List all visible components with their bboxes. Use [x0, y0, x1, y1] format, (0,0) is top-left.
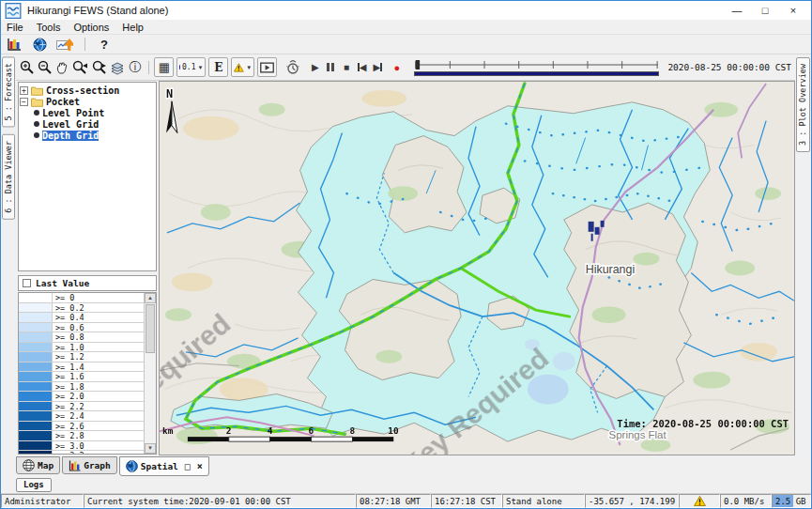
legend-row[interactable]: >= 3.2 [19, 451, 144, 454]
legend-row[interactable]: >= 1.8 [19, 382, 144, 393]
zoom-out-icon[interactable] [38, 59, 53, 75]
node-bullet-icon [34, 110, 39, 116]
legend-row[interactable]: >= 0.2 [19, 303, 144, 314]
tree-item-level-point[interactable]: Level Point [20, 107, 155, 118]
expander-icon[interactable]: − [20, 98, 28, 106]
time-slider-track[interactable] [414, 59, 660, 70]
legend-row[interactable]: >= 2.2 [19, 402, 144, 412]
scroll-thumb[interactable] [146, 304, 155, 353]
svg-text:6: 6 [309, 425, 314, 436]
status-user: Administrator [1, 494, 84, 508]
node-bullet-icon [34, 132, 39, 138]
info-icon[interactable]: ⓘ [128, 59, 142, 75]
status-transfer-rate: 0.0 MB/s [720, 494, 772, 508]
timeseries-import-icon[interactable] [56, 37, 73, 53]
time-span-bar [414, 71, 660, 76]
last-value-checkbox[interactable] [23, 279, 31, 287]
minimize-button[interactable]: — [723, 2, 751, 19]
export-timer-icon[interactable] [285, 59, 300, 75]
close-button[interactable]: × [779, 2, 807, 19]
legend-panel: Last Value >= 0 >= 0.2 >= 0.4 >= 0.6 >= … [18, 275, 157, 455]
legend-swatch [19, 411, 53, 421]
legend-row[interactable]: >= 2.4 [19, 411, 144, 422]
legend-scrollbar[interactable]: ▲ ▼ [144, 293, 156, 454]
zoom-in-icon[interactable] [20, 59, 35, 75]
legend-row[interactable]: >= 2.6 [19, 422, 144, 432]
tab-graph[interactable]: Graph [62, 456, 117, 474]
legend-row[interactable]: >= 3.0 [19, 441, 144, 452]
pan-hand-icon[interactable] [55, 59, 69, 75]
app-logo-icon [5, 3, 22, 19]
grid-display-button[interactable]: ▦ [154, 57, 174, 77]
svg-text:km: km [162, 425, 174, 436]
globe-wire-icon [23, 459, 35, 471]
tab-logs[interactable]: Logs [16, 478, 52, 492]
legend-swatch [19, 313, 53, 322]
tab-plot-overview[interactable]: 3 : Plot Overview [796, 57, 810, 152]
layers-icon[interactable] [110, 59, 125, 75]
legend-row[interactable]: >= 0.4 [19, 313, 144, 323]
globe-icon [126, 460, 138, 472]
help-button[interactable]: ? [97, 38, 112, 52]
tree-item-depth-grid[interactable]: Depth Grid [20, 130, 155, 141]
legend-row[interactable]: >= 0 [19, 293, 144, 303]
tree-item-pocket[interactable]: − Pocket [20, 96, 155, 107]
maximize-button[interactable]: □ [751, 2, 779, 19]
legend-row[interactable]: >= 1.2 [19, 352, 144, 362]
tab-map[interactable]: Map [16, 456, 60, 474]
tab-spatial[interactable]: Spatial □ × [119, 456, 209, 476]
point-size-dropdown[interactable]: 0.1 ▼ [176, 57, 206, 77]
tab-forecast[interactable]: 5 : Forecast [2, 56, 15, 127]
zoom-previous-icon[interactable] [72, 59, 88, 75]
map-time-label: Time: 2020-08-25 00:00:00 CST [617, 418, 789, 429]
menu-options[interactable]: Options [73, 22, 109, 33]
title-bar: Hikurangi FEWS (Stand alone) — □ × [1, 1, 811, 20]
legend-row[interactable]: >= 1.4 [19, 362, 144, 373]
warnings-dropdown[interactable]: ▼ [231, 57, 254, 77]
legend-row[interactable]: >= 1.0 [19, 343, 144, 353]
logs-row: Logs [1, 476, 811, 493]
map-view[interactable]: Hikurangi Springs Flat API Key Required … [159, 81, 795, 455]
tab-close-icon[interactable]: × [197, 461, 203, 471]
legend-row[interactable]: >= 1.6 [19, 372, 144, 382]
map-display-icon[interactable] [31, 37, 48, 53]
time-slider[interactable] [414, 59, 660, 76]
menu-help[interactable]: Help [122, 22, 144, 33]
status-system-time: Current system time:2020-09-01 00:00 CST [84, 494, 356, 508]
time-slider-handle[interactable] [415, 60, 419, 69]
svg-text:8: 8 [349, 425, 355, 436]
animation-button[interactable] [257, 57, 277, 77]
stop-button[interactable]: ■ [340, 59, 353, 76]
bar-chart-icon [69, 460, 81, 471]
tab-data-viewer[interactable]: 6 : Data Viewer [2, 134, 15, 220]
map-canvas[interactable]: Hikurangi Springs Flat API Key Required … [160, 82, 794, 455]
legend-row[interactable]: >= 0.6 [19, 323, 144, 333]
legend-row[interactable]: >= 0.8 [19, 332, 144, 343]
legend-swatch [19, 382, 53, 392]
menu-bar: File Tools Options Help [1, 20, 811, 35]
scroll-down-icon[interactable]: ▼ [145, 443, 156, 454]
expander-icon[interactable]: + [20, 86, 28, 95]
step-back-button[interactable]: ◀ [356, 59, 369, 76]
status-gmt-time: 08:27:18 GMT [356, 494, 431, 508]
legend-row[interactable]: >= 2.0 [19, 392, 144, 402]
menu-file[interactable]: File [7, 22, 23, 33]
left-tab-strip: 5 : Forecast 6 : Data Viewer [1, 54, 16, 455]
legend-row[interactable]: >= 2.8 [19, 431, 144, 441]
zoom-next-icon[interactable] [91, 59, 107, 75]
legend-swatch [19, 372, 53, 381]
scroll-up-icon[interactable]: ▲ [145, 293, 156, 303]
step-forward-button[interactable]: ▶ [371, 59, 384, 76]
pause-button[interactable] [325, 59, 338, 76]
database-display-icon[interactable] [6, 37, 23, 53]
tree-item-cross-section[interactable]: + Cross-section [20, 85, 155, 96]
record-button[interactable]: ● [391, 59, 404, 76]
tree-item-level-grid[interactable]: Level Grid [20, 118, 155, 130]
spatial-toolbar: ⓘ ▦ 0.1 ▼ E ▼ [16, 54, 795, 81]
point-dot-icon [179, 65, 180, 69]
play-button[interactable]: ▶ [309, 59, 322, 76]
status-warning-cell[interactable] [679, 494, 720, 508]
legend-button[interactable]: E [208, 57, 228, 77]
menu-tools[interactable]: Tools [37, 22, 61, 33]
tab-maximize-icon[interactable]: □ [185, 461, 191, 471]
